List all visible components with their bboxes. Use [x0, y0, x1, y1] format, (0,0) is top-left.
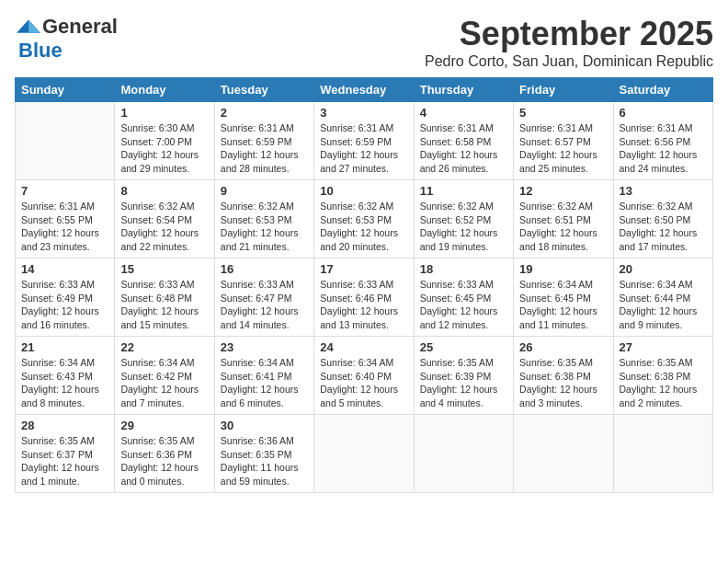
calendar-cell: 18Sunrise: 6:33 AM Sunset: 6:45 PM Dayli…	[414, 259, 513, 337]
day-info: Sunrise: 6:34 AM Sunset: 6:42 PM Dayligh…	[120, 356, 208, 410]
calendar-cell: 12Sunrise: 6:32 AM Sunset: 6:51 PM Dayli…	[514, 180, 613, 259]
day-info: Sunrise: 6:34 AM Sunset: 6:44 PM Dayligh…	[620, 278, 707, 332]
day-number: 26	[519, 340, 607, 354]
calendar-cell: 2Sunrise: 6:31 AM Sunset: 6:59 PM Daylig…	[214, 102, 313, 180]
weekday-header-sunday: Sunday	[16, 78, 115, 102]
day-info: Sunrise: 6:34 AM Sunset: 6:41 PM Dayligh…	[221, 356, 308, 410]
day-info: Sunrise: 6:33 AM Sunset: 6:45 PM Dayligh…	[420, 278, 507, 332]
calendar-cell: 23Sunrise: 6:34 AM Sunset: 6:41 PM Dayli…	[214, 337, 313, 415]
logo-general-text: General	[42, 15, 118, 39]
weekday-header-row: SundayMondayTuesdayWednesdayThursdayFrid…	[16, 78, 713, 102]
day-number: 3	[320, 106, 407, 120]
generalblue-logo-icon	[15, 18, 42, 35]
day-info: Sunrise: 6:33 AM Sunset: 6:46 PM Dayligh…	[320, 278, 407, 332]
calendar-cell	[514, 415, 613, 493]
day-number: 1	[120, 106, 208, 120]
weekday-header-tuesday: Tuesday	[214, 78, 313, 102]
calendar-cell: 28Sunrise: 6:35 AM Sunset: 6:37 PM Dayli…	[16, 415, 115, 493]
day-info: Sunrise: 6:32 AM Sunset: 6:51 PM Dayligh…	[519, 200, 607, 254]
calendar-cell: 10Sunrise: 6:32 AM Sunset: 6:53 PM Dayli…	[314, 180, 414, 259]
calendar-cell: 9Sunrise: 6:32 AM Sunset: 6:53 PM Daylig…	[214, 180, 313, 259]
day-number: 23	[221, 340, 308, 354]
weekday-header-monday: Monday	[115, 78, 214, 102]
day-info: Sunrise: 6:35 AM Sunset: 6:36 PM Dayligh…	[120, 434, 208, 488]
day-number: 10	[320, 184, 407, 198]
day-info: Sunrise: 6:33 AM Sunset: 6:49 PM Dayligh…	[21, 278, 108, 332]
calendar-cell	[414, 415, 513, 493]
day-number: 16	[221, 262, 308, 276]
day-info: Sunrise: 6:31 AM Sunset: 6:55 PM Dayligh…	[21, 200, 108, 254]
day-number: 13	[620, 184, 707, 198]
calendar-cell	[314, 415, 414, 493]
day-number: 8	[120, 184, 208, 198]
day-info: Sunrise: 6:35 AM Sunset: 6:38 PM Dayligh…	[519, 356, 607, 410]
day-info: Sunrise: 6:32 AM Sunset: 6:50 PM Dayligh…	[620, 200, 707, 254]
week-row-2: 7Sunrise: 6:31 AM Sunset: 6:55 PM Daylig…	[16, 180, 713, 259]
day-number: 29	[120, 419, 208, 432]
logo-blue-text: Blue	[18, 39, 63, 63]
calendar-cell: 7Sunrise: 6:31 AM Sunset: 6:55 PM Daylig…	[16, 180, 115, 259]
day-info: Sunrise: 6:34 AM Sunset: 6:43 PM Dayligh…	[21, 356, 108, 410]
weekday-header-thursday: Thursday	[414, 78, 513, 102]
day-info: Sunrise: 6:35 AM Sunset: 6:37 PM Dayligh…	[21, 434, 108, 488]
day-number: 4	[420, 106, 507, 120]
calendar-cell: 30Sunrise: 6:36 AM Sunset: 6:35 PM Dayli…	[214, 415, 313, 493]
subtitle: Pedro Corto, San Juan, Dominican Republi…	[425, 53, 713, 70]
calendar-cell: 8Sunrise: 6:32 AM Sunset: 6:54 PM Daylig…	[115, 180, 214, 259]
calendar-cell: 21Sunrise: 6:34 AM Sunset: 6:43 PM Dayli…	[16, 337, 115, 415]
day-info: Sunrise: 6:31 AM Sunset: 6:57 PM Dayligh…	[519, 121, 607, 176]
day-number: 24	[320, 340, 407, 354]
day-info: Sunrise: 6:32 AM Sunset: 6:54 PM Dayligh…	[120, 200, 208, 254]
day-info: Sunrise: 6:31 AM Sunset: 6:58 PM Dayligh…	[420, 121, 507, 176]
logo: General Blue	[15, 15, 118, 63]
day-info: Sunrise: 6:30 AM Sunset: 7:00 PM Dayligh…	[120, 121, 208, 176]
week-row-3: 14Sunrise: 6:33 AM Sunset: 6:49 PM Dayli…	[16, 259, 713, 337]
day-number: 6	[620, 106, 707, 120]
day-info: Sunrise: 6:34 AM Sunset: 6:45 PM Dayligh…	[519, 278, 607, 332]
calendar-cell: 25Sunrise: 6:35 AM Sunset: 6:39 PM Dayli…	[414, 337, 513, 415]
calendar-cell: 15Sunrise: 6:33 AM Sunset: 6:48 PM Dayli…	[115, 259, 214, 337]
day-number: 18	[420, 262, 507, 276]
day-info: Sunrise: 6:32 AM Sunset: 6:53 PM Dayligh…	[221, 200, 308, 254]
day-number: 19	[519, 262, 607, 276]
month-title: September 2025	[425, 15, 713, 53]
day-number: 22	[120, 340, 208, 354]
calendar-cell: 29Sunrise: 6:35 AM Sunset: 6:36 PM Dayli…	[115, 415, 214, 493]
weekday-header-wednesday: Wednesday	[314, 78, 414, 102]
calendar-cell: 13Sunrise: 6:32 AM Sunset: 6:50 PM Dayli…	[613, 180, 712, 259]
day-info: Sunrise: 6:35 AM Sunset: 6:38 PM Dayligh…	[620, 356, 707, 410]
day-number: 14	[21, 262, 108, 276]
day-info: Sunrise: 6:33 AM Sunset: 6:48 PM Dayligh…	[120, 278, 208, 332]
day-info: Sunrise: 6:36 AM Sunset: 6:35 PM Dayligh…	[221, 434, 308, 488]
calendar-cell: 5Sunrise: 6:31 AM Sunset: 6:57 PM Daylig…	[514, 102, 613, 180]
day-info: Sunrise: 6:32 AM Sunset: 6:52 PM Dayligh…	[420, 200, 507, 254]
day-info: Sunrise: 6:32 AM Sunset: 6:53 PM Dayligh…	[320, 200, 407, 254]
calendar-table: SundayMondayTuesdayWednesdayThursdayFrid…	[15, 77, 713, 493]
day-number: 28	[21, 419, 108, 432]
calendar-cell: 3Sunrise: 6:31 AM Sunset: 6:59 PM Daylig…	[314, 102, 414, 180]
calendar-cell: 17Sunrise: 6:33 AM Sunset: 6:46 PM Dayli…	[314, 259, 414, 337]
calendar-cell: 26Sunrise: 6:35 AM Sunset: 6:38 PM Dayli…	[514, 337, 613, 415]
day-number: 12	[519, 184, 607, 198]
title-area: September 2025 Pedro Corto, San Juan, Do…	[425, 15, 713, 70]
day-number: 9	[221, 184, 308, 198]
day-info: Sunrise: 6:34 AM Sunset: 6:40 PM Dayligh…	[320, 356, 407, 410]
day-number: 5	[519, 106, 607, 120]
day-number: 7	[21, 184, 108, 198]
calendar-cell	[16, 102, 115, 180]
day-number: 15	[120, 262, 208, 276]
day-number: 17	[320, 262, 407, 276]
calendar-cell: 11Sunrise: 6:32 AM Sunset: 6:52 PM Dayli…	[414, 180, 513, 259]
day-number: 2	[221, 106, 308, 120]
calendar-cell: 1Sunrise: 6:30 AM Sunset: 7:00 PM Daylig…	[115, 102, 214, 180]
day-info: Sunrise: 6:31 AM Sunset: 6:56 PM Dayligh…	[620, 121, 707, 176]
day-number: 11	[420, 184, 507, 198]
week-row-5: 28Sunrise: 6:35 AM Sunset: 6:37 PM Dayli…	[16, 415, 713, 493]
weekday-header-friday: Friday	[514, 78, 613, 102]
calendar-cell: 14Sunrise: 6:33 AM Sunset: 6:49 PM Dayli…	[16, 259, 115, 337]
day-number: 30	[221, 419, 308, 432]
day-number: 27	[620, 340, 707, 354]
day-info: Sunrise: 6:35 AM Sunset: 6:39 PM Dayligh…	[420, 356, 507, 410]
day-info: Sunrise: 6:31 AM Sunset: 6:59 PM Dayligh…	[221, 121, 308, 176]
day-info: Sunrise: 6:33 AM Sunset: 6:47 PM Dayligh…	[221, 278, 308, 332]
